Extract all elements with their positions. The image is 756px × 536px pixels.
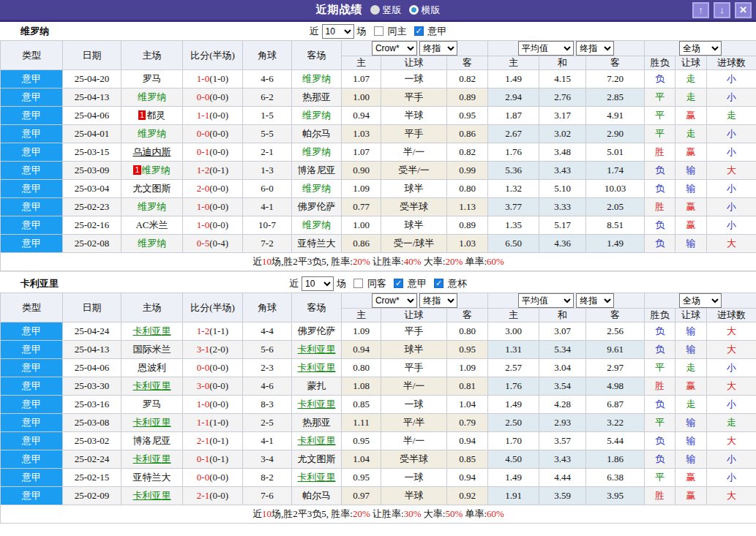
matches-count-select[interactable]: 10 [322,24,354,39]
result-cell: 赢 [675,469,707,487]
filter-checkbox-1[interactable] [353,279,363,288]
handicap-odds-cell: 受半/一 [381,162,447,180]
close-button[interactable]: ✕ [735,2,752,18]
odds-stage-select[interactable]: 终指 [419,41,457,56]
avg-source-select[interactable]: 平均值 [518,41,574,56]
avg-odds-cell: 4.15 [539,70,586,88]
away-team-link[interactable]: 维罗纳 [302,110,331,121]
home-team-link[interactable]: 亚特兰大 [133,472,171,483]
home-team-link[interactable]: 卡利亚里 [133,325,171,336]
period-select[interactable]: 全场 [679,41,722,56]
home-team-link[interactable]: 罗马 [143,73,162,84]
home-team-link[interactable]: 乌迪内斯 [133,146,171,157]
fulltime-score: 1-1 [197,417,209,428]
result-cell: 负 [645,322,675,341]
score-cell: 0-0(0-0) [183,469,243,487]
scroll-down-button[interactable]: ↓ [714,2,730,18]
date-cell: 25-02-24 [63,450,121,469]
avg-odds-cell: 3.59 [539,487,586,505]
avg-stage-select[interactable]: 终指 [576,293,614,308]
filter-checkbox-3[interactable] [434,279,444,288]
away-team-link[interactable]: 热那亚 [302,91,331,102]
home-team-link[interactable]: 卡利亚里 [133,380,171,391]
odds-stage-select[interactable]: 终指 [419,293,457,308]
match-row: 意甲25-02-24卡利亚里0-1(0-1)3-4尤文图斯1.04受半球0.85… [1,450,756,469]
result-cell: 输 [675,162,707,180]
avg-stage-select[interactable]: 终指 [576,41,614,56]
home-team-link[interactable]: 维罗纳 [138,238,166,249]
home-team-link[interactable]: AC米兰 [135,219,168,230]
home-team-link[interactable]: 维罗纳 [138,91,166,102]
avg-source-select[interactable]: 平均值 [518,293,574,308]
home-team-link[interactable]: 都灵 [146,110,165,121]
home-team-link[interactable]: 罗马 [143,399,162,409]
handicap-odds-cell: 受半球 [381,450,447,469]
away-team-cell: 帕尔马 [292,487,342,505]
handicap-odds-cell: 0.95 [447,107,488,125]
away-team-link[interactable]: 热那亚 [302,417,331,428]
away-team-link[interactable]: 尤文图斯 [298,453,336,464]
home-team-link[interactable]: 卡利亚里 [133,453,171,464]
handicap-odds-cell: 0.99 [447,162,488,180]
near-label: 近 [289,277,299,290]
league-cell: 意甲 [1,143,63,162]
away-team-link[interactable]: 维罗纳 [302,183,331,194]
away-team-link[interactable]: 亚特兰大 [298,238,336,249]
radio-horizontal-icon[interactable] [409,5,419,15]
layout-option-horizontal[interactable]: 横版 [409,4,441,17]
away-team-link[interactable]: 卡利亚里 [298,435,336,446]
away-team-link[interactable]: 佛罗伦萨 [298,201,336,212]
halftime-score: (0-1) [209,453,228,464]
handicap-odds-group-header: Crow* 终指 [342,293,488,309]
away-team-link[interactable]: 佛罗伦萨 [298,325,336,336]
away-team-link[interactable]: 维罗纳 [302,146,331,157]
home-team-cell: 罗马 [121,70,183,88]
home-team-link[interactable]: 卡利亚里 [133,417,171,428]
home-team-link[interactable]: 博洛尼亚 [133,435,171,446]
handicap-odds-cell: 1.13 [447,198,488,216]
summary-segment: 10 [262,508,272,519]
summary-segment: 20% [353,256,370,267]
away-team-link[interactable]: 卡利亚里 [298,344,336,355]
handicap-odds-cell: 0.85 [342,396,381,414]
odds-source-select[interactable]: Crow* [372,41,417,56]
home-team-link[interactable]: 卡利亚里 [133,490,171,501]
corners-cell: 10-7 [243,216,292,235]
matches-count-select[interactable]: 10 [302,276,334,291]
league-cell: 意甲 [1,180,63,198]
home-team-link[interactable]: 国际米兰 [133,344,171,355]
date-cell: 25-02-09 [63,487,121,505]
column-header: 客场 [292,41,342,70]
away-team-link[interactable]: 卡利亚里 [298,472,336,483]
odds-source-select[interactable]: Crow* [372,293,417,308]
away-team-link[interactable]: 蒙扎 [307,380,326,391]
away-team-link[interactable]: 卡利亚里 [298,399,336,409]
titlebar: 近期战绩 竖版 横版 ↑ ↓ ✕ [0,0,756,22]
away-team-link[interactable]: 维罗纳 [302,219,331,230]
avg-odds-cell: 2.90 [586,125,645,143]
away-team-link[interactable]: 帕尔马 [302,128,331,139]
home-team-link[interactable]: 维罗纳 [138,128,166,139]
handicap-odds-cell: 0.85 [447,450,488,469]
home-team-link[interactable]: 维罗纳 [138,201,166,212]
radio-vertical-icon[interactable] [370,5,380,15]
away-team-link[interactable]: 维罗纳 [302,73,331,84]
layout-option-vertical[interactable]: 竖版 [370,4,402,17]
league-cell: 意甲 [1,341,63,359]
away-team-link[interactable]: 博洛尼亚 [298,165,336,175]
result-cell: 小 [707,70,756,88]
home-team-link[interactable]: 恩波利 [138,362,166,373]
filter-checkbox-2[interactable] [394,279,403,288]
home-team-link[interactable]: 维罗纳 [142,165,171,175]
filter-checkbox-2[interactable] [414,26,424,36]
scroll-up-button[interactable]: ↑ [692,2,709,18]
sub-column-header: 让球 [381,56,447,70]
home-team-link[interactable]: 尤文图斯 [133,183,171,194]
away-team-link[interactable]: 卡利亚里 [298,362,336,373]
home-rank-badge: 1 [133,165,141,175]
filter-checkbox-1[interactable] [374,26,383,36]
away-team-link[interactable]: 帕尔马 [302,490,331,501]
halftime-score: (1-1) [209,325,228,336]
corners-cell: 4-1 [243,432,292,450]
period-select[interactable]: 全场 [679,293,722,308]
